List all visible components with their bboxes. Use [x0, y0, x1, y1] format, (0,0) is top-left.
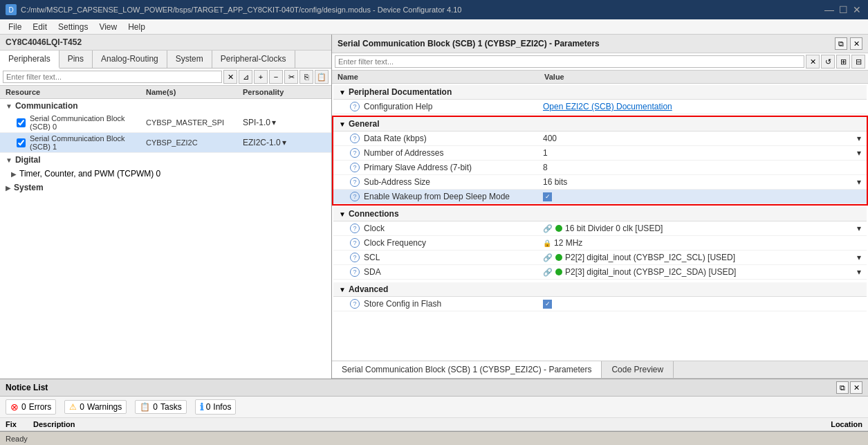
help-icon-sub-addr[interactable]: ? [350, 177, 360, 187]
group-communication-label[interactable]: ▼ Communication [0, 99, 331, 113]
menu-settings[interactable]: Settings [53, 21, 93, 33]
menu-file[interactable]: File [3, 21, 27, 33]
col-name-header: Name [338, 73, 544, 81]
tab-peripherals[interactable]: Peripherals [0, 51, 59, 69]
param-sub-address-size: ? Sub-Address Size 16 bits ▾ [333, 175, 867, 190]
help-icon-config[interactable]: ? [350, 102, 360, 111]
params-area: ▼ Peripheral Documentation ? Configurati… [332, 84, 868, 361]
bottom-tab-code-preview[interactable]: Code Preview [602, 361, 674, 378]
section-advanced-label: Advanced [349, 284, 388, 294]
help-icon-clock[interactable]: ? [350, 224, 360, 233]
right-refresh-button[interactable]: ↺ [821, 55, 835, 69]
section-general: ▼ General ? Data Rate (kbps) 400 ▾ ? Num… [332, 116, 868, 206]
section-general-label: General [349, 119, 380, 129]
minimize-button[interactable]: — [824, 4, 835, 15]
left-filter-input[interactable] [3, 71, 222, 83]
store-config-checkbox[interactable]: ✓ [543, 300, 552, 309]
notice-restore-button[interactable]: ⧉ [836, 381, 849, 394]
scb0-checkbox[interactable] [17, 118, 26, 127]
section-connections-header[interactable]: ▼ Connections [333, 207, 867, 221]
help-icon-data-rate[interactable]: ? [350, 134, 360, 143]
sda-dropdown-arrow[interactable]: ▾ [857, 267, 861, 277]
scb0-resource: Serial Communication Block (SCB) 0 [30, 114, 146, 131]
group-system-label[interactable]: ▶ System [0, 181, 331, 194]
right-expand-button[interactable]: ⊞ [836, 55, 850, 69]
tab-system[interactable]: System [167, 51, 212, 68]
remove-button[interactable]: − [269, 70, 283, 84]
clock-freq-lock-icon: 🔒 [543, 239, 551, 247]
scb1-names: CYBSP_EZI2C [146, 138, 243, 147]
right-filter-input[interactable] [335, 55, 804, 68]
section-general-header[interactable]: ▼ General [333, 117, 867, 131]
warning-label: Warnings [87, 402, 122, 412]
menu-edit[interactable]: Edit [27, 21, 53, 33]
sub-address-size-dropdown-arrow[interactable]: ▾ [857, 177, 861, 187]
cut-button[interactable]: ✂ [284, 70, 298, 84]
group-digital-label[interactable]: ▼ Digital [0, 153, 331, 167]
notice-tab-errors[interactable]: ⊗ 0 Errors [6, 399, 56, 415]
info-count: 0 [206, 402, 211, 412]
param-enable-wakeup-name: Enable Wakeup from Deep Sleep Mode [364, 192, 543, 201]
param-scl-name: SCL [364, 253, 543, 262]
scl-dropdown-arrow[interactable]: ▾ [857, 253, 861, 262]
clock-text: 16 bit Divider 0 clk [USED] [565, 224, 857, 233]
help-icon-slave-addr[interactable]: ? [350, 163, 360, 172]
info-label: Infos [213, 402, 231, 412]
config-help-link[interactable]: Open EZI2C (SCB) Documentation [543, 102, 672, 111]
param-primary-slave-addr-value: 8 [543, 163, 861, 172]
help-icon-scl[interactable]: ? [350, 253, 360, 262]
right-close-button[interactable]: ✕ [850, 37, 862, 50]
help-icon-num-addr[interactable]: ? [350, 148, 360, 158]
right-filter-clear[interactable]: ✕ [806, 55, 820, 69]
param-data-rate-name: Data Rate (kbps) [364, 134, 543, 143]
help-icon-clock-freq[interactable]: ? [350, 238, 360, 248]
filter-funnel-button[interactable]: ⊿ [239, 70, 252, 84]
add-button[interactable]: + [254, 70, 268, 84]
paste-button[interactable]: 📋 [315, 70, 329, 84]
tab-peripheral-clocks[interactable]: Peripheral-Clocks [212, 51, 295, 68]
tree-row-scb1[interactable]: Serial Communication Block (SCB) 1 CYBSP… [0, 133, 331, 153]
title-bar: D C:/mtw/MSCLP_CAPSENSE_LOW_POWER/bsps/T… [0, 0, 868, 19]
notice-tab-infos[interactable]: ℹ 0 Infos [195, 399, 237, 415]
maximize-button[interactable]: ☐ [838, 4, 849, 15]
filter-clear-button[interactable]: ✕ [223, 70, 237, 84]
help-icon-wakeup[interactable]: ? [350, 192, 360, 201]
tab-pins[interactable]: Pins [59, 51, 93, 68]
tcpwm-arrow: ▶ [11, 170, 17, 178]
tree-row-scb0[interactable]: Serial Communication Block (SCB) 0 CYBSP… [0, 113, 331, 133]
subgroup-tcpwm[interactable]: ▶ Timer, Counter, and PWM (TCPWM) 0 [0, 167, 331, 181]
right-collapse-button[interactable]: ⊟ [851, 55, 865, 69]
notice-close-button[interactable]: ✕ [850, 381, 862, 394]
right-restore-button[interactable]: ⧉ [835, 37, 847, 50]
num-addresses-text: 1 [543, 148, 857, 158]
left-table-header: Resource Name(s) Personality [0, 86, 331, 99]
section-advanced-header[interactable]: ▼ Advanced [333, 282, 867, 297]
notice-tab-tasks[interactable]: 📋 0 Tasks [135, 400, 186, 414]
copy-button[interactable]: ⎘ [299, 70, 313, 84]
param-sda-value: 🔗 P2[3] digital_inout (CYBSP_I2C_SDA) [U… [543, 267, 861, 277]
param-primary-slave-addr: ? Primary Slave Address (7-bit) 8 [333, 161, 867, 175]
menu-help[interactable]: Help [122, 21, 151, 33]
clock-dropdown-arrow[interactable]: ▾ [857, 224, 861, 233]
bottom-tab-params[interactable]: Serial Communication Block (SCB) 1 (CYBS… [332, 361, 602, 378]
data-rate-dropdown-arrow[interactable]: ▾ [857, 134, 861, 143]
scl-text: P2[2] digital_inout (CYBSP_I2C_SCL) [USE… [565, 253, 857, 262]
right-filter-bar: ✕ ↺ ⊞ ⊟ [332, 53, 868, 71]
params-header: Name Value [332, 71, 868, 84]
param-data-rate-value: 400 ▾ [543, 134, 861, 143]
tab-analog-routing[interactable]: Analog-Routing [93, 51, 167, 68]
notice-tab-warnings[interactable]: ⚠ 0 Warnings [64, 400, 127, 414]
help-icon-sda[interactable]: ? [350, 267, 360, 277]
close-button[interactable]: ✕ [851, 4, 862, 15]
num-addresses-dropdown-arrow[interactable]: ▾ [857, 148, 861, 158]
scb0-personality-value: SPI-1.0 [243, 118, 270, 127]
section-peripheral-docs-header[interactable]: ▼ Peripheral Documentation [333, 85, 867, 100]
data-rate-text: 400 [543, 134, 857, 143]
param-config-help: ? Configuration Help Open EZI2C (SCB) Do… [333, 100, 867, 114]
help-icon-store-config[interactable]: ? [350, 299, 360, 309]
scb1-checkbox[interactable] [17, 138, 26, 147]
wakeup-checkbox[interactable]: ✓ [543, 192, 552, 201]
menu-view[interactable]: View [93, 21, 122, 33]
group-system-arrow: ▶ [6, 184, 11, 192]
param-sda-name: SDA [364, 267, 543, 277]
